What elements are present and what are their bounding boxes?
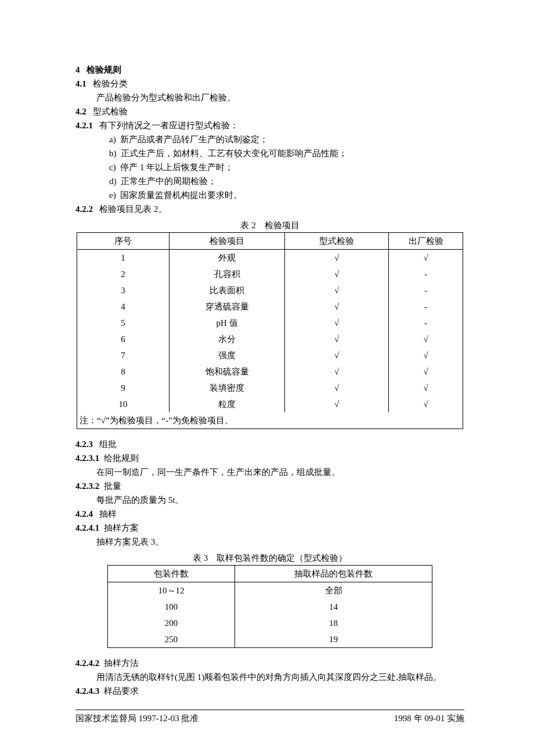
section-4-2-3-heading: 4.2.3 组批 <box>75 437 464 451</box>
cell: √ <box>285 282 389 298</box>
cell: 5 <box>77 315 169 331</box>
cell: √ <box>389 363 463 380</box>
list-item-c: c) 停产 1 年以上后恢复生产时； <box>75 160 464 174</box>
table-row: 10～12全部 <box>108 582 432 599</box>
list-mark-e: e) <box>109 190 116 200</box>
cell: √ <box>389 331 463 347</box>
section-4-2-4-3-title: 样品要求 <box>104 686 139 696</box>
cell: √ <box>389 250 463 267</box>
section-4-2-2-body: 检验项目见表 2。 <box>99 204 167 214</box>
table-row: 20018 <box>108 615 432 631</box>
table-3-head-c1: 包装件数 <box>108 566 235 582</box>
table-2-head-c1: 序号 <box>77 233 169 250</box>
table-row: 10014 <box>108 599 432 615</box>
list-mark-b: b) <box>109 149 117 158</box>
section-4-2-3-2-title: 批量 <box>104 481 121 491</box>
list-text-a: 新产品或者产品转厂生产的试制鉴定； <box>120 135 268 144</box>
cell: √ <box>285 331 389 347</box>
section-4-num: 4 <box>75 63 80 77</box>
cell: 孔容积 <box>169 266 285 282</box>
cell: 强度 <box>169 347 285 363</box>
cell: 6 <box>77 331 169 347</box>
section-4-2-4-1-num: 4.2.4.1 <box>75 521 99 535</box>
section-4-2-1-lead: 有下列情况之一者应进行型式检验： <box>99 121 239 130</box>
section-4-2-3-1-heading: 4.2.3.1 给批规则 <box>75 451 464 465</box>
table-2-head-row: 序号 检验项目 型式检验 出厂检验 <box>77 233 463 250</box>
section-4-2-4-3-num: 4.2.4.3 <box>75 684 99 698</box>
page-footer: 国家技术监督局 1997-12-03 批准 1998 年 09-01 实施 <box>75 711 464 725</box>
section-4-2-4-2-body: 用清洁无锈的取样针(见图 1)顺着包装件中的对角方向插入向其深度四分之三处,抽取… <box>75 670 464 684</box>
cell: 10～12 <box>108 582 235 599</box>
table-2-caption: 表 2 检验项目 <box>75 218 464 232</box>
table-2-note-row: 注：“√”为检验项目，“-”为免检验项目。 <box>77 412 463 429</box>
cell: 19 <box>235 631 432 648</box>
section-4-1-num: 4.1 <box>75 77 86 91</box>
cell: √ <box>285 266 389 282</box>
section-4-2-3-2-body: 每批产品的质量为 5t。 <box>75 493 464 507</box>
section-4-2-4-1-heading: 4.2.4.1 抽样方案 <box>75 521 464 535</box>
table-2-head-c3: 型式检验 <box>285 233 389 250</box>
cell: 穿透硫容量 <box>169 298 285 315</box>
section-4-2-3-num: 4.2.3 <box>75 437 93 451</box>
table-2: 序号 检验项目 型式检验 出厂检验 1外观√√ 2孔容积√- 3比表面积√- 4… <box>77 232 463 429</box>
list-mark-d: d) <box>109 177 117 186</box>
cell: 10 <box>77 396 169 412</box>
section-4-2-2-num: 4.2.2 <box>75 202 93 216</box>
cell: √ <box>285 380 389 396</box>
cell: 18 <box>235 615 432 631</box>
section-4-2-3-1-num: 4.2.3.1 <box>75 451 99 465</box>
cell: 全部 <box>235 582 432 599</box>
list-mark-a: a) <box>109 135 116 144</box>
section-4-1-heading: 4.1 检验分类 <box>75 77 464 91</box>
section-4-2-4-2-heading: 4.2.4.2 抽样方法 <box>75 656 464 670</box>
cell: √ <box>389 396 463 412</box>
cell: 水分 <box>169 331 285 347</box>
section-4-2-3-1-body: 在同一制造厂，同一生产条件下，生产出来的产品，组成批量。 <box>75 465 464 479</box>
section-4-2-heading: 4.2 型式检验 <box>75 105 464 118</box>
table-3: 包装件数 抽取样品的包装件数 10～12全部 10014 20018 25019 <box>107 565 432 648</box>
cell: 14 <box>235 599 432 615</box>
cell: 比表面积 <box>169 282 285 298</box>
section-4-2-3-2-heading: 4.2.3.2 批量 <box>75 479 464 493</box>
list-item-d: d) 正常生产中的周期检验； <box>75 174 464 188</box>
cell: pH 值 <box>169 315 285 331</box>
table-row: 2孔容积√- <box>77 266 463 282</box>
section-4-2-2-heading: 4.2.2 检验项目见表 2。 <box>75 202 464 216</box>
cell: √ <box>389 380 463 396</box>
cell: 250 <box>108 631 235 648</box>
section-4-2-3-title: 组批 <box>99 440 117 449</box>
list-item-e: e) 国家质量监督机构提出要求时。 <box>75 188 464 202</box>
table-row: 3比表面积√- <box>77 282 463 298</box>
section-4-heading: 4 检验规则 <box>75 63 464 77</box>
cell: 100 <box>108 599 235 615</box>
section-4-2-4-num: 4.2.4 <box>75 507 93 521</box>
cell: 4 <box>77 298 169 315</box>
section-4-1-title: 检验分类 <box>93 79 128 88</box>
table-row: 25019 <box>108 631 432 648</box>
cell: - <box>389 298 463 315</box>
cell: √ <box>389 347 463 363</box>
cell: 外观 <box>169 250 285 267</box>
cell: 8 <box>77 363 169 380</box>
table-row: 6水分√√ <box>77 331 463 347</box>
table-row: 10粒度√√ <box>77 396 463 412</box>
cell: 2 <box>77 266 169 282</box>
cell: √ <box>285 250 389 267</box>
section-4-2-3-2-num: 4.2.3.2 <box>75 479 99 493</box>
table-row: 9装填密度√√ <box>77 380 463 396</box>
table-row: 5pH 值√- <box>77 315 463 331</box>
table-row: 8饱和硫容量√√ <box>77 363 463 380</box>
cell: √ <box>285 396 389 412</box>
section-4-2-4-2-num: 4.2.4.2 <box>75 656 99 670</box>
footer-divider <box>75 710 464 710</box>
list-item-a: a) 新产品或者产品转厂生产的试制鉴定； <box>75 132 464 146</box>
cell: √ <box>285 298 389 315</box>
cell: 1 <box>77 250 169 267</box>
cell: 9 <box>77 380 169 396</box>
cell: 200 <box>108 615 235 631</box>
cell: - <box>389 266 463 282</box>
section-4-2-1-heading: 4.2.1 有下列情况之一者应进行型式检验： <box>75 118 464 132</box>
table-2-head-c2: 检验项目 <box>169 233 285 250</box>
cell: 饱和硫容量 <box>169 363 285 380</box>
cell: - <box>389 282 463 298</box>
